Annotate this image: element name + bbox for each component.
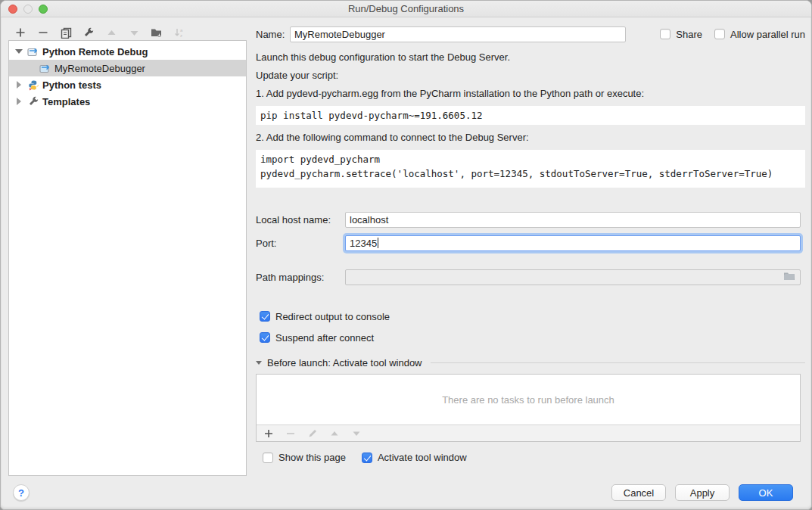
svg-text:a: a: [180, 28, 183, 33]
edit-pencil-icon: [307, 428, 318, 439]
path-mappings-label: Path mappings:: [256, 272, 345, 283]
share-label: Share: [676, 29, 702, 40]
show-this-page-label: Show this page: [278, 452, 346, 463]
move-down-icon: [351, 428, 362, 439]
configurations-tree: Python Remote Debug MyRemoteDebugger Pyt…: [8, 40, 247, 476]
add-icon[interactable]: [14, 26, 26, 39]
redirect-output-label: Redirect output to console: [275, 311, 390, 322]
settrace-code-line-2: pydevd_pycharm.settrace('localhost', por…: [260, 166, 801, 181]
settrace-code-block[interactable]: import pydevd_pycharm pydevd_pycharm.set…: [256, 150, 805, 188]
add-icon[interactable]: [263, 428, 274, 439]
configurations-toolbar: az: [14, 25, 185, 40]
redirect-output-checkbox-row[interactable]: Redirect output to console: [256, 310, 805, 322]
before-launch-task-list: There are no tasks to run before launch: [256, 374, 801, 442]
chevron-right-icon[interactable]: [14, 98, 24, 105]
name-input[interactable]: [290, 26, 626, 42]
instruction-step-1: 1. Add pydevd-pycharm.egg from the PyCha…: [256, 88, 805, 99]
remote-debug-icon: [27, 45, 39, 58]
edit-defaults-wrench-icon[interactable]: [82, 26, 95, 39]
name-label: Name:: [256, 29, 290, 40]
suspend-after-connect-label: Suspend after connect: [275, 332, 374, 344]
suspend-after-connect-checkbox[interactable]: [260, 332, 270, 343]
copy-icon[interactable]: [60, 26, 72, 39]
help-button[interactable]: ?: [13, 484, 30, 501]
redirect-output-checkbox[interactable]: [260, 311, 270, 322]
chevron-down-icon[interactable]: [14, 49, 24, 54]
chevron-right-icon[interactable]: [14, 81, 24, 89]
share-checkbox[interactable]: [660, 29, 670, 39]
configuration-editor: Name: Share Allow parallel run Launch th…: [256, 22, 805, 463]
tree-item-myremotedebugger[interactable]: MyRemoteDebugger: [9, 60, 246, 76]
svg-text:z: z: [180, 33, 182, 38]
activate-tool-window-checkbox[interactable]: [362, 452, 372, 463]
python-tests-icon: [27, 79, 39, 91]
tree-item-label: Python Remote Debug: [42, 46, 148, 58]
title-bar: Run/Debug Configurations: [1, 1, 811, 17]
remove-icon: [285, 428, 296, 439]
tree-item-label: Templates: [42, 96, 90, 107]
port-input[interactable]: 12345: [345, 235, 801, 251]
show-this-page-checkbox-row[interactable]: Show this page: [263, 452, 346, 463]
pip-install-code[interactable]: pip install pydevd-pycharm~=191.6605.12: [256, 106, 805, 125]
minimize-window-icon: [23, 5, 33, 14]
remote-debug-icon: [39, 62, 51, 74]
path-mappings-input[interactable]: [345, 269, 801, 285]
show-this-page-checkbox[interactable]: [263, 452, 273, 463]
cancel-button[interactable]: Cancel: [611, 484, 666, 501]
remove-icon[interactable]: [37, 26, 49, 39]
move-up-icon: [329, 428, 340, 439]
settrace-code-line-1: import pydevd_pycharm: [260, 152, 801, 166]
empty-task-message: There are no tasks to run before launch: [257, 375, 800, 424]
sort-alphabetically-icon: az: [173, 26, 185, 39]
tree-item-python-remote-debug[interactable]: Python Remote Debug: [9, 43, 246, 60]
tree-item-python-tests[interactable]: Python tests: [9, 76, 246, 93]
tree-item-label: Python tests: [42, 79, 101, 91]
before-launch-section-header[interactable]: Before launch: Activate tool window: [256, 357, 805, 369]
allow-parallel-run-checkbox-row[interactable]: Allow parallel run: [714, 29, 805, 40]
allow-parallel-run-checkbox[interactable]: [714, 29, 725, 39]
suspend-after-connect-checkbox-row[interactable]: Suspend after connect: [256, 331, 805, 344]
run-debug-configurations-dialog: Run/Debug Configurations az: [0, 0, 812, 510]
browse-folder-icon[interactable]: [783, 272, 795, 283]
before-launch-title: Before launch: Activate tool window: [267, 357, 422, 369]
allow-parallel-run-label: Allow parallel run: [730, 29, 805, 40]
zoom-window-icon[interactable]: [39, 5, 48, 14]
task-list-toolbar: [257, 424, 800, 441]
local-host-name-label: Local host name:: [256, 214, 345, 225]
instruction-line-2: Update your script:: [256, 70, 805, 81]
activate-tool-window-checkbox-row[interactable]: Activate tool window: [362, 452, 467, 463]
collapse-section-icon[interactable]: [256, 361, 262, 365]
section-divider: [431, 362, 805, 363]
tree-item-templates[interactable]: Templates: [9, 93, 246, 110]
share-checkbox-row[interactable]: Share: [660, 29, 702, 40]
apply-button[interactable]: Apply: [675, 484, 730, 501]
activate-tool-window-label: Activate tool window: [378, 452, 467, 463]
move-up-icon: [105, 26, 117, 39]
instruction-line-1: Launch this debug configuration to start…: [256, 51, 805, 63]
move-down-icon: [128, 26, 140, 39]
close-window-icon[interactable]: [8, 5, 17, 14]
local-host-name-input[interactable]: [345, 212, 801, 228]
text-caret: [378, 238, 378, 248]
wrench-icon: [27, 95, 39, 107]
ok-button[interactable]: OK: [739, 484, 793, 501]
window-title: Run/Debug Configurations: [348, 3, 464, 14]
instruction-step-2: 2. Add the following command to connect …: [256, 132, 805, 143]
port-label: Port:: [256, 238, 345, 249]
tree-item-label: MyRemoteDebugger: [54, 63, 145, 74]
new-folder-icon[interactable]: [151, 26, 163, 39]
